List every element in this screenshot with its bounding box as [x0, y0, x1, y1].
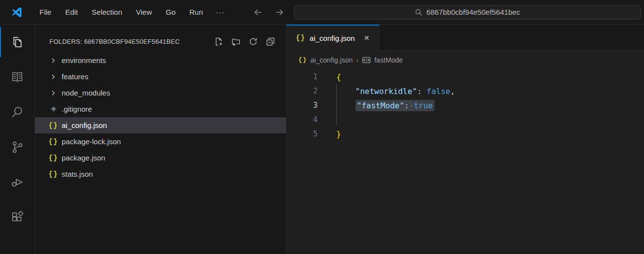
vscode-window: File Edit Selection View Go Run ··· 6867… — [0, 0, 644, 254]
new-folder-icon[interactable] — [231, 36, 241, 46]
code-token — [422, 87, 427, 96]
titlebar: File Edit Selection View Go Run ··· 6867… — [0, 0, 644, 25]
activity-bar — [0, 25, 35, 254]
tree-item-node-modules[interactable]: node_modules — [35, 85, 286, 101]
menubar: File Edit Selection View Go Run ··· — [33, 5, 231, 19]
activitybar-source-control-icon[interactable] — [0, 129, 35, 164]
menu-selection[interactable]: Selection — [85, 5, 129, 19]
tree-item-label: stats.json — [62, 170, 93, 178]
refresh-icon[interactable] — [248, 36, 258, 46]
command-center-search[interactable]: 6867bb0cbf94e50ef5641bec — [294, 5, 641, 20]
tab-bar: {} ai_config.json ✕ — [286, 25, 644, 51]
tree-item-package-lock-json[interactable]: {} package-lock.json — [35, 133, 286, 150]
json-file-icon: {} — [48, 121, 59, 130]
tree-item-label: .gitignore — [62, 105, 92, 113]
code-line-4[interactable]: 4 — [286, 113, 644, 127]
workbench: FOLDERS: 6867BB0CBF94E50EF5641BEC — [0, 25, 644, 254]
line-number: 2 — [286, 84, 318, 98]
chevron-right-icon — [48, 88, 59, 98]
tree-item-environments[interactable]: environments — [35, 52, 286, 68]
selection-highlight: "fastMode":·true — [356, 100, 434, 111]
code-indent — [336, 87, 356, 96]
tree-item-stats-json[interactable]: {} stats.json — [35, 166, 286, 182]
whitespace-dot: · — [409, 101, 414, 110]
line-number: 5 — [286, 127, 318, 141]
activitybar-explorer-icon[interactable] — [0, 25, 35, 60]
code-token: : — [417, 87, 422, 96]
tree-item-package-json[interactable]: {} package.json — [35, 150, 286, 166]
command-center-text: 6867bb0cbf94e50ef5641bec — [427, 8, 520, 16]
explorer-actions — [214, 36, 275, 46]
line-number: 1 — [286, 70, 318, 84]
code-line-5[interactable]: 5 } — [286, 127, 644, 141]
tree-item-label: package-lock.json — [62, 137, 121, 146]
menu-view[interactable]: View — [129, 5, 159, 19]
menu-file[interactable]: File — [33, 5, 58, 19]
tree-item-label: node_modules — [62, 89, 110, 97]
json-file-icon: {} — [48, 137, 59, 147]
tree-item-label: ai_config.json — [62, 121, 107, 129]
code-token: "fastMode" — [357, 101, 404, 110]
menu-more-icon[interactable]: ··· — [210, 5, 231, 19]
tab-ai-config-json[interactable]: {} ai_config.json ✕ — [286, 25, 380, 50]
activitybar-book-icon[interactable] — [0, 60, 35, 95]
activitybar-extensions-icon[interactable] — [0, 199, 35, 234]
search-icon — [415, 8, 423, 16]
json-file-icon: {} — [298, 56, 307, 64]
code-token: : — [404, 101, 409, 110]
json-file-icon: {} — [296, 34, 305, 42]
json-file-icon: {} — [48, 153, 59, 163]
line-number-active: 3 — [286, 98, 318, 113]
tree-item-label: features — [62, 72, 88, 81]
file-tree: environments features node_modules — [35, 52, 286, 182]
code-indent — [336, 101, 356, 110]
tree-item-ai-config-json[interactable]: {} ai_config.json — [35, 117, 286, 133]
menu-run[interactable]: Run — [182, 5, 210, 19]
git-file-icon — [48, 104, 59, 114]
json-file-icon: {} — [48, 169, 59, 179]
code-line-1[interactable]: 1 { — [286, 70, 644, 84]
code-token: { — [336, 72, 341, 82]
tab-label: ai_config.json — [310, 34, 355, 42]
activitybar-search-icon[interactable] — [0, 95, 35, 129]
collapse-all-icon[interactable] — [265, 36, 275, 46]
tree-item-label: environments — [62, 56, 106, 64]
go-forward-icon[interactable] — [273, 6, 286, 19]
indent-guide — [336, 84, 337, 126]
code-token: true — [414, 101, 433, 110]
code-line-3[interactable]: 3 "fastMode":·true — [286, 98, 644, 113]
breadcrumb-symbol[interactable]: fastMode — [374, 56, 403, 64]
code-token: false — [427, 87, 450, 96]
activitybar-run-debug-icon[interactable] — [0, 164, 35, 199]
explorer-sidebar: FOLDERS: 6867BB0CBF94E50EF5641BEC — [35, 25, 286, 254]
tree-item-label: package.json — [62, 154, 105, 162]
line-number: 4 — [286, 113, 318, 127]
folders-section-title[interactable]: FOLDERS: 6867BB0CBF94E50EF5641BEC — [49, 38, 214, 45]
tree-item-features[interactable]: features — [35, 68, 286, 85]
code-line-2[interactable]: 2 "networkidle": false, — [286, 84, 644, 98]
code-token: } — [336, 129, 341, 139]
chevron-right-icon — [48, 72, 59, 82]
editor-group: {} ai_config.json ✕ {} ai_config.json › … — [286, 25, 644, 254]
symbol-boolean-icon — [362, 56, 371, 64]
menu-go[interactable]: Go — [159, 5, 182, 19]
code-token: , — [450, 87, 455, 96]
tree-item-gitignore[interactable]: .gitignore — [35, 101, 286, 117]
code-token: "networkidle" — [356, 87, 417, 96]
vscode-logo-icon — [9, 5, 24, 20]
breadcrumb-separator-icon: › — [356, 56, 358, 64]
new-file-icon[interactable] — [214, 36, 223, 46]
breadcrumb-file[interactable]: ai_config.json — [311, 56, 353, 64]
go-back-icon[interactable] — [251, 6, 264, 19]
explorer-header: FOLDERS: 6867BB0CBF94E50EF5641BEC — [35, 25, 286, 51]
chevron-right-icon — [48, 56, 59, 65]
history-navigation — [251, 6, 286, 19]
menu-edit[interactable]: Edit — [58, 5, 85, 19]
code-editor[interactable]: 1 { 2 "networkidle": false, 3 "fastMode"… — [286, 69, 644, 254]
close-tab-icon[interactable]: ✕ — [361, 32, 372, 43]
breadcrumb: {} ai_config.json › fastMode — [286, 51, 644, 69]
